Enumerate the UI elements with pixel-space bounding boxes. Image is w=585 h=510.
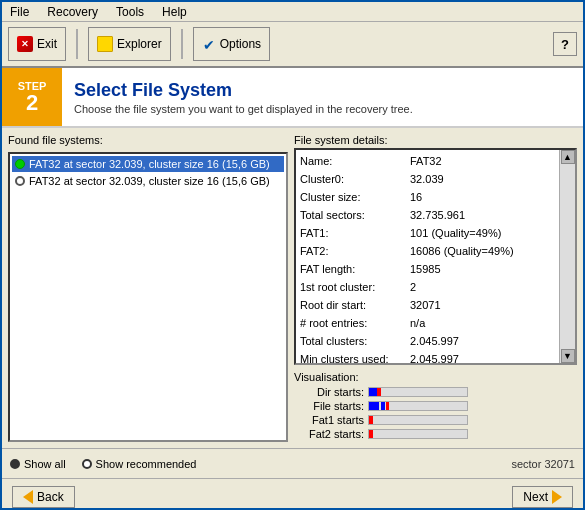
detail-key-fat1: FAT1: xyxy=(300,224,410,242)
detail-clustersize: Cluster size: 16 xyxy=(300,188,555,206)
back-button[interactable]: Back xyxy=(12,486,75,508)
detail-val-rootentries: n/a xyxy=(410,314,425,332)
vis-bar-dir-red xyxy=(377,388,381,396)
vis-label-dir: Dir starts: xyxy=(294,386,364,398)
detail-key-rootentries: # root entries: xyxy=(300,314,410,332)
vis-row-dir: Dir starts: xyxy=(294,386,577,398)
vis-bar-fat1 xyxy=(368,415,468,425)
next-label: Next xyxy=(523,490,548,504)
step-title: Select File System xyxy=(74,80,413,101)
detail-key-name: Name: xyxy=(300,152,410,170)
left-panel: Found file systems: FAT32 at sector 32.0… xyxy=(8,134,288,442)
menu-help[interactable]: Help xyxy=(158,4,191,20)
explorer-button[interactable]: Explorer xyxy=(88,27,171,61)
detail-key-fatlength: FAT length: xyxy=(300,260,410,278)
next-arrow-icon xyxy=(552,490,562,504)
detail-key-totalsectors: Total sectors: xyxy=(300,206,410,224)
options-button[interactable]: ✔ Options xyxy=(193,27,270,61)
menu-file[interactable]: File xyxy=(6,4,33,20)
menu-recovery[interactable]: Recovery xyxy=(43,4,102,20)
exit-button[interactable]: ✕ Exit xyxy=(8,27,66,61)
detail-val-1strootcluster: 2 xyxy=(410,278,416,296)
detail-val-rootdirstart: 32071 xyxy=(410,296,441,314)
back-label: Back xyxy=(37,490,64,504)
detail-rootentries: # root entries: n/a xyxy=(300,314,555,332)
vis-bar-fat1-red xyxy=(369,416,373,424)
toolbar-separator-2 xyxy=(181,29,183,59)
details-title: File system details: xyxy=(294,134,577,146)
vis-row-fat2: Fat2 starts: xyxy=(294,428,577,440)
step-badge: STEP 2 xyxy=(2,68,62,126)
sector-info: sector 32071 xyxy=(511,458,575,470)
detail-key-rootdirstart: Root dir start: xyxy=(300,296,410,314)
vis-row-file: File starts: xyxy=(294,400,577,412)
next-button[interactable]: Next xyxy=(512,486,573,508)
detail-fat1: FAT1: 101 (Quality=49%) xyxy=(300,224,555,242)
file-item-1[interactable]: FAT32 at sector 32.039, cluster size 16 … xyxy=(12,156,284,172)
show-recommended-label: Show recommended xyxy=(96,458,197,470)
detail-val-fat1: 101 (Quality=49%) xyxy=(410,224,501,242)
explorer-label: Explorer xyxy=(117,37,162,51)
show-recommended-option[interactable]: Show recommended xyxy=(82,458,197,470)
explorer-icon xyxy=(97,36,113,52)
detail-1strootcluster: 1st root cluster: 2 xyxy=(300,278,555,296)
detail-cluster0: Cluster0: 32.039 xyxy=(300,170,555,188)
scrollbar-up[interactable]: ▲ xyxy=(561,150,575,164)
scrollbar-down[interactable]: ▼ xyxy=(561,349,575,363)
detail-key-cluster0: Cluster0: xyxy=(300,170,410,188)
show-all-option[interactable]: Show all xyxy=(10,458,66,470)
detail-val-totalsectors: 32.735.961 xyxy=(410,206,465,224)
vis-bar-fat2 xyxy=(368,429,468,439)
detail-totalsectors: Total sectors: 32.735.961 xyxy=(300,206,555,224)
detail-key-fat2: FAT2: xyxy=(300,242,410,260)
detail-val-name: FAT32 xyxy=(410,152,442,170)
vis-bar-fat2-red xyxy=(369,430,373,438)
vis-bar-file-blue1 xyxy=(369,402,379,410)
step-header: STEP 2 Select File System Choose the fil… xyxy=(2,68,583,128)
dot-empty-2 xyxy=(15,176,25,186)
help-button[interactable]: ? xyxy=(553,32,577,56)
detail-key-totalclusters: Total clusters: xyxy=(300,332,410,350)
step-content: Select File System Choose the file syste… xyxy=(62,68,425,126)
detail-key-minclusters: Min clusters used: xyxy=(300,350,410,363)
detail-val-minclusters: 2.045.997 xyxy=(410,350,459,363)
details-box: Name: FAT32 Cluster0: 32.039 Cluster siz… xyxy=(296,150,559,363)
show-all-radio[interactable] xyxy=(10,459,20,469)
toolbar: ✕ Exit Explorer ✔ Options ? xyxy=(2,22,583,68)
menu-bar: File Recovery Tools Help xyxy=(2,2,583,22)
scrollbar[interactable]: ▲ ▼ xyxy=(559,150,575,363)
vis-label-file: File starts: xyxy=(294,400,364,412)
detail-fat2: FAT2: 16086 (Quality=49%) xyxy=(300,242,555,260)
help-label: ? xyxy=(561,37,569,52)
exit-icon: ✕ xyxy=(17,36,33,52)
show-recommended-radio[interactable] xyxy=(82,459,92,469)
exit-label: Exit xyxy=(37,37,57,51)
detail-key-1strootcluster: 1st root cluster: xyxy=(300,278,410,296)
back-arrow-icon xyxy=(23,490,33,504)
vis-bar-file-blue2 xyxy=(381,402,385,410)
file-item-1-label: FAT32 at sector 32.039, cluster size 16 … xyxy=(29,158,270,170)
detail-val-clustersize: 16 xyxy=(410,188,422,206)
detail-name: Name: FAT32 xyxy=(300,152,555,170)
vis-bar-dir-blue xyxy=(369,388,377,396)
detail-val-fatlength: 15985 xyxy=(410,260,441,278)
vis-bar-file xyxy=(368,401,468,411)
file-item-2-label: FAT32 at sector 32.039, cluster size 16 … xyxy=(29,175,270,187)
toolbar-separator xyxy=(76,29,78,59)
visualisation-section: Visualisation: Dir starts: File starts: … xyxy=(294,371,577,442)
file-item-2[interactable]: FAT32 at sector 32.039, cluster size 16 … xyxy=(12,173,284,189)
detail-fatlength: FAT length: 15985 xyxy=(300,260,555,278)
detail-key-clustersize: Cluster size: xyxy=(300,188,410,206)
right-panel: File system details: Name: FAT32 Cluster… xyxy=(294,134,577,442)
detail-rootdirstart: Root dir start: 32071 xyxy=(300,296,555,314)
vis-row-fat1: Fat1 starts xyxy=(294,414,577,426)
detail-minclusters: Min clusters used: 2.045.997 xyxy=(300,350,555,363)
show-all-label: Show all xyxy=(24,458,66,470)
detail-val-cluster0: 32.039 xyxy=(410,170,444,188)
vis-bar-file-red xyxy=(386,402,389,410)
main-content: Found file systems: FAT32 at sector 32.0… xyxy=(2,128,583,448)
menu-tools[interactable]: Tools xyxy=(112,4,148,20)
bottom-bar: Show all Show recommended sector 32071 xyxy=(2,448,583,478)
detail-val-totalclusters: 2.045.997 xyxy=(410,332,459,350)
vis-bar-dir xyxy=(368,387,468,397)
